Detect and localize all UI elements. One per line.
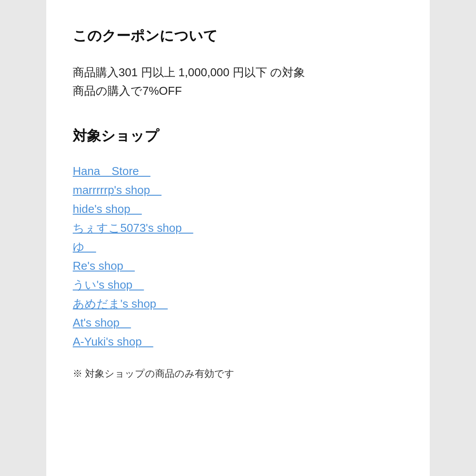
shop-link[interactable]: At's shop＿ bbox=[73, 316, 131, 329]
coupon-description: 商品購入301 円以上 1,000,000 円以下 の対象 商品の購入で7%OF… bbox=[73, 63, 403, 100]
shops-section: 対象ショップ Hana＿Store＿marrrrrp's shop＿hide's… bbox=[73, 126, 403, 380]
coupon-section-title: このクーポンについて bbox=[73, 26, 403, 46]
shop-link[interactable]: A-Yuki's shop＿ bbox=[73, 335, 153, 348]
list-item: marrrrrp's shop＿ bbox=[73, 182, 403, 198]
shops-note: ※ 対象ショップの商品のみ有効です bbox=[73, 367, 403, 380]
shop-link[interactable]: Hana＿Store＿ bbox=[73, 164, 150, 178]
shop-link[interactable]: Re's shop＿ bbox=[73, 259, 135, 272]
list-item: ゆ＿ bbox=[73, 239, 403, 255]
coupon-description-line2: 商品の購入で7%OFF bbox=[73, 84, 182, 97]
shop-link[interactable]: うい's shop＿ bbox=[73, 278, 144, 291]
list-item: At's shop＿ bbox=[73, 315, 403, 331]
shop-link[interactable]: marrrrrp's shop＿ bbox=[73, 183, 161, 197]
list-item: A-Yuki's shop＿ bbox=[73, 334, 403, 350]
list-item: Hana＿Store＿ bbox=[73, 164, 403, 179]
shop-link[interactable]: hide's shop＿ bbox=[73, 202, 142, 216]
list-item: hide's shop＿ bbox=[73, 201, 403, 217]
list-item: ちぇすこ5073's shop＿ bbox=[73, 220, 403, 236]
list-item: Re's shop＿ bbox=[73, 258, 403, 274]
shops-section-title: 対象ショップ bbox=[73, 126, 403, 146]
shop-link[interactable]: あめだま's shop＿ bbox=[73, 297, 168, 310]
list-item: あめだま's shop＿ bbox=[73, 296, 403, 312]
shop-link[interactable]: ゆ＿ bbox=[73, 240, 96, 253]
shop-link[interactable]: ちぇすこ5073's shop＿ bbox=[73, 221, 193, 234]
coupon-description-line1: 商品購入301 円以上 1,000,000 円以下 の対象 bbox=[73, 66, 305, 79]
list-item: うい's shop＿ bbox=[73, 277, 403, 293]
shop-list: Hana＿Store＿marrrrrp's shop＿hide's shop＿ち… bbox=[73, 164, 403, 350]
main-card: このクーポンについて 商品購入301 円以上 1,000,000 円以下 の対象… bbox=[46, 0, 430, 476]
